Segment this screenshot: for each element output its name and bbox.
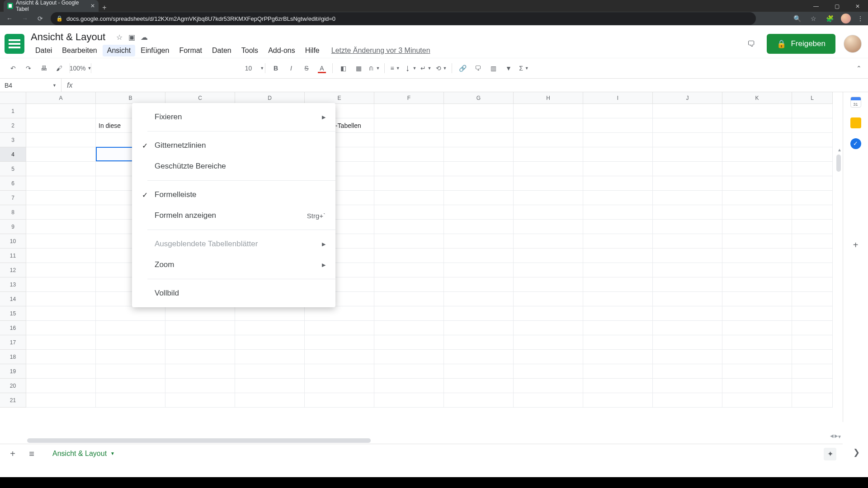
cell[interactable] (96, 321, 165, 335)
cell[interactable] (444, 162, 514, 176)
cell[interactable] (514, 162, 583, 176)
cell[interactable] (583, 234, 653, 249)
zoom-dropdown[interactable]: 100%▼ (74, 61, 87, 75)
cell[interactable] (583, 350, 653, 364)
column-header[interactable]: D (235, 92, 305, 104)
undo-button[interactable]: ↶ (6, 61, 20, 75)
cell[interactable] (374, 118, 444, 133)
cell[interactable] (305, 379, 374, 393)
menu-bearbeiten[interactable]: Bearbeiten (57, 45, 101, 56)
cell[interactable] (444, 133, 514, 147)
horizontal-align-button[interactable]: ≡▼ (388, 61, 402, 75)
cell[interactable] (96, 364, 165, 379)
row-header[interactable]: 5 (0, 162, 26, 176)
column-header[interactable]: A (26, 92, 96, 104)
cell[interactable] (583, 205, 653, 220)
cell[interactable] (444, 176, 514, 191)
row-header[interactable]: 12 (0, 263, 26, 277)
cell[interactable] (26, 220, 96, 234)
cell[interactable] (514, 321, 583, 335)
add-sheet-button[interactable]: + (6, 449, 19, 459)
cell[interactable] (26, 162, 96, 176)
insert-chart-button[interactable]: ▥ (486, 61, 500, 75)
cell[interactable] (514, 220, 583, 234)
share-button[interactable]: 🔒 Freigeben (767, 34, 835, 54)
row-header[interactable]: 20 (0, 379, 26, 393)
keep-icon[interactable] (850, 117, 861, 128)
cell[interactable] (722, 220, 792, 234)
cell[interactable] (374, 176, 444, 191)
cell[interactable] (514, 133, 583, 147)
vertical-align-button[interactable]: ⭣▼ (404, 61, 417, 75)
cell[interactable] (374, 379, 444, 393)
cell[interactable] (26, 147, 96, 162)
cell[interactable] (374, 147, 444, 162)
cell[interactable] (792, 234, 833, 249)
row-header[interactable]: 19 (0, 364, 26, 379)
comments-button[interactable]: 🗨 (744, 37, 759, 51)
cell[interactable] (722, 118, 792, 133)
font-size-dropdown[interactable]: 10▼ (248, 61, 261, 75)
cell[interactable] (374, 205, 444, 220)
cell[interactable] (514, 234, 583, 249)
new-tab-button[interactable]: + (99, 4, 110, 12)
cell[interactable] (792, 249, 833, 263)
cell[interactable] (514, 306, 583, 321)
cell[interactable] (514, 104, 583, 118)
cell[interactable] (722, 205, 792, 220)
cell[interactable] (722, 234, 792, 249)
cell[interactable] (444, 292, 514, 306)
cell[interactable] (583, 277, 653, 292)
menu-ansicht[interactable]: Ansicht (103, 45, 135, 56)
sheet-tab-active[interactable]: Ansicht & Layout ▼ (44, 445, 123, 463)
menu-addons[interactable]: Add-ons (264, 45, 300, 56)
window-close[interactable]: ✕ (847, 0, 868, 13)
menu-item[interactable]: ✓Gitternetzlinien (132, 135, 335, 156)
cell[interactable] (583, 220, 653, 234)
cell[interactable] (583, 364, 653, 379)
browser-tab[interactable]: Ansicht & Layout - Google Tabel ✕ (4, 0, 99, 12)
cell[interactable] (653, 263, 722, 277)
menu-item[interactable]: Formeln anzeigenStrg+` (132, 205, 335, 226)
cell[interactable] (514, 263, 583, 277)
cell[interactable] (583, 306, 653, 321)
cell[interactable] (235, 393, 305, 408)
all-sheets-button[interactable]: ≡ (25, 449, 38, 459)
cell[interactable] (96, 350, 165, 364)
calendar-icon[interactable] (850, 97, 861, 108)
row-header[interactable]: 16 (0, 321, 26, 335)
name-box[interactable]: B4 ▼ (0, 79, 61, 92)
cell[interactable] (583, 104, 653, 118)
column-header[interactable]: F (374, 92, 444, 104)
cell[interactable] (583, 263, 653, 277)
print-button[interactable]: 🖶 (37, 61, 51, 75)
cell[interactable] (722, 364, 792, 379)
menu-item[interactable]: Geschützte Bereiche (132, 156, 335, 177)
profile-avatar[interactable] (841, 14, 851, 23)
cell[interactable] (374, 162, 444, 176)
cell[interactable] (235, 321, 305, 335)
cell[interactable] (722, 263, 792, 277)
cell[interactable] (583, 379, 653, 393)
menu-item[interactable]: Zoom▶ (132, 254, 335, 275)
cell[interactable] (444, 350, 514, 364)
cell[interactable] (653, 335, 722, 350)
cell[interactable] (722, 393, 792, 408)
cell[interactable] (514, 118, 583, 133)
borders-button[interactable]: ▦ (352, 61, 365, 75)
row-header[interactable]: 4 (0, 147, 26, 162)
omnibox[interactable]: 🔒 docs.google.com/spreadsheets/d/12KXm2A… (51, 12, 756, 25)
cell[interactable] (514, 191, 583, 205)
cell[interactable] (374, 220, 444, 234)
row-header[interactable]: 2 (0, 118, 26, 133)
bookmark-star-icon[interactable]: ☆ (808, 15, 818, 22)
functions-button[interactable]: Σ▼ (517, 61, 531, 75)
cell[interactable] (26, 234, 96, 249)
cell[interactable] (374, 191, 444, 205)
row-header[interactable]: 7 (0, 191, 26, 205)
row-header[interactable]: 8 (0, 205, 26, 220)
cell[interactable] (235, 364, 305, 379)
cell[interactable] (792, 321, 833, 335)
redo-button[interactable]: ↷ (22, 61, 35, 75)
nav-back-icon[interactable]: ← (5, 15, 14, 22)
